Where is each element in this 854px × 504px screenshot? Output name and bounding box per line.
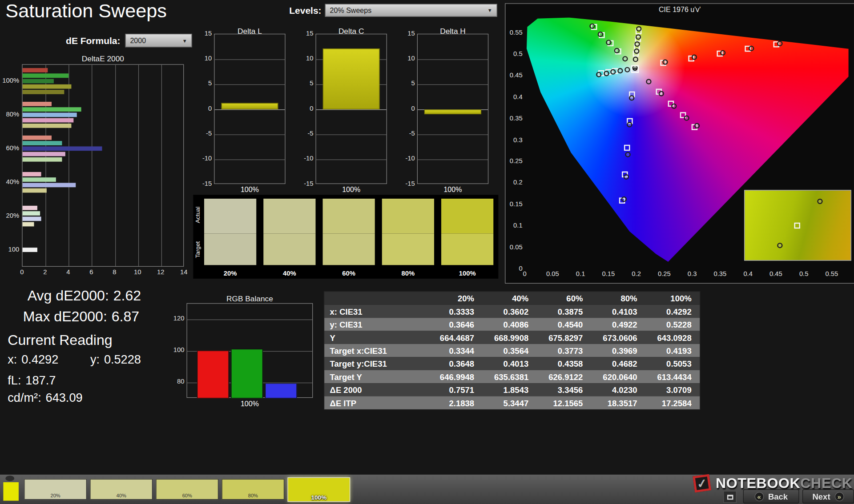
deltae-x-tick-label: 4 xyxy=(63,268,74,276)
rgb-bar-blue xyxy=(265,384,297,399)
delta-l-gridline xyxy=(214,59,285,60)
patch-button-100[interactable]: 100% xyxy=(288,477,350,502)
luminance-label: cd/m²: xyxy=(8,391,41,404)
swatch-level-label: 40% xyxy=(263,269,315,277)
cie-x-tick-label: 0.05 xyxy=(544,270,561,277)
cie-zoom-inset xyxy=(744,190,851,260)
delta-c-y-tick-label: -10 xyxy=(293,155,314,162)
deltae-bar xyxy=(23,107,82,112)
swatch-level-label: 80% xyxy=(382,269,434,277)
table-cell: 0.4013 xyxy=(483,359,537,368)
table-column-header: 100% xyxy=(646,294,700,303)
levels-dropdown[interactable]: 20% Sweeps ▼ xyxy=(325,4,497,17)
deltae-group-label: 60% xyxy=(0,144,19,152)
max-de2000-value: 6.87 xyxy=(112,308,139,324)
swatch-column: 100% xyxy=(441,199,493,277)
deltae-bar xyxy=(23,216,41,221)
deltae-bar xyxy=(23,152,65,156)
table-row: ΔE 20000.75711.85433.34564.02303.0709 xyxy=(324,383,700,396)
deltae-x-tick-label: 8 xyxy=(109,268,120,276)
de-formula-dropdown[interactable]: 2000 ▼ xyxy=(125,34,192,48)
delta-l-gridline xyxy=(214,84,285,85)
swatch-column: 20% xyxy=(204,199,256,277)
actual-row-label: Actual xyxy=(194,198,201,232)
cie-x-tick-label: 0.15 xyxy=(600,270,616,277)
deltae-bar xyxy=(23,112,77,117)
cie-x-tick-label: 0.3 xyxy=(684,270,701,277)
cie-measurement-marker xyxy=(671,103,677,108)
rgb-balance-chart-title: RGB Balance xyxy=(187,295,313,304)
patch-button-40[interactable]: 40% xyxy=(90,479,153,500)
cie-measurement-marker xyxy=(777,41,782,46)
target-swatch xyxy=(204,233,256,265)
delta-l-y-tick-label: 10 xyxy=(191,54,212,62)
delta-h-y-tick-label: 15 xyxy=(394,29,415,37)
deltae-group-label: 20% xyxy=(0,212,19,219)
deltae-gridline xyxy=(115,65,116,266)
next-chevron-icon: » xyxy=(834,492,844,501)
bottom-bar: 20%40%60%80%100% ✓ NOTEBOOKCHECK «Back N… xyxy=(0,475,854,504)
delta-c-y-tick-label: 0 xyxy=(293,104,314,112)
swatch-level-label: 100% xyxy=(441,269,493,277)
actual-swatch xyxy=(323,199,375,233)
deltae-bar xyxy=(23,157,62,162)
delta-h-gridline xyxy=(418,134,488,135)
table-row: Target y:CIE310.36480.40130.43580.46820.… xyxy=(324,357,700,370)
levels-label: Levels: xyxy=(289,5,321,16)
patch-button-60[interactable]: 60% xyxy=(156,479,218,500)
delta-c-y-tick-label: 15 xyxy=(293,29,314,37)
table-cell: 668.9908 xyxy=(483,333,537,342)
cie-measurement-marker xyxy=(692,54,697,60)
table-cell: 635.6381 xyxy=(483,372,537,381)
patch-label: 40% xyxy=(91,493,152,498)
delta-h-y-tick-label: -10 xyxy=(394,155,415,162)
avg-de2000-label: Avg dE2000: xyxy=(28,288,109,304)
delta-c-y-tick-label: -15 xyxy=(293,180,314,187)
table-column-header: 20% xyxy=(429,294,483,303)
table-row-label: Target Y xyxy=(324,372,428,381)
rgb-y-tick-label: 100 xyxy=(164,346,185,354)
delta-c-y-axis: 151050-5-10-15 xyxy=(293,34,314,184)
delta-l-gridline xyxy=(214,160,285,160)
patch-button-80[interactable]: 80% xyxy=(222,479,284,500)
cie-measurement-marker xyxy=(633,56,638,62)
de-formula-label: dE Formula: xyxy=(66,36,120,47)
actual-swatch xyxy=(382,199,434,233)
table-header-row: 20%40%60%80%100% xyxy=(324,292,700,304)
window-button[interactable] xyxy=(723,491,737,503)
table-cell: 0.4540 xyxy=(537,320,592,329)
max-de2000-label: Max dE2000: xyxy=(23,308,107,324)
cie-y-tick-label: 0.1 xyxy=(505,222,522,229)
meter-indicator-icon xyxy=(5,476,14,481)
table-row: x: CIE310.33330.36020.38750.41030.4292 xyxy=(324,305,700,318)
swatch-column: 80% xyxy=(382,199,434,277)
delta-c-gridline xyxy=(316,134,387,135)
cie-measurement-marker xyxy=(614,48,620,53)
deltae-gridline xyxy=(138,65,139,266)
cie-x-tick-label: 0.25 xyxy=(656,270,673,277)
table-cell: 2.1838 xyxy=(429,398,483,408)
deltae-bar xyxy=(23,146,102,151)
rgb-balance-y-axis: 12010080 xyxy=(164,303,185,398)
deltae-bar xyxy=(23,118,73,123)
deltae-group-label: 100 xyxy=(0,245,19,253)
delta-h-y-axis: 151050-5-10-15 xyxy=(394,34,415,184)
deltae-gridline xyxy=(69,65,69,266)
x-value: 0.4292 xyxy=(21,353,58,367)
deltae-x-tick-label: 10 xyxy=(132,268,143,276)
delta-h-y-tick-label: -15 xyxy=(394,180,415,187)
table-cell: 675.8297 xyxy=(537,333,592,342)
chevron-down-icon: ▼ xyxy=(487,8,492,13)
delta-h-gridline xyxy=(418,59,488,60)
table-cell: 0.3333 xyxy=(429,307,483,316)
patch-label: 80% xyxy=(222,493,284,498)
table-cell: 0.7571 xyxy=(429,385,483,394)
deltae-bar xyxy=(23,206,38,210)
swatch-level-label: 20% xyxy=(204,269,256,277)
patch-button-20[interactable]: 20% xyxy=(24,479,87,500)
window-icon xyxy=(727,495,733,500)
back-button[interactable]: «Back xyxy=(743,489,799,504)
calman-app-window: Saturation Sweeps dE Formula: 2000 ▼ Lev… xyxy=(0,0,854,504)
next-button[interactable]: Next» xyxy=(802,489,854,504)
deltae-bar xyxy=(23,211,40,216)
